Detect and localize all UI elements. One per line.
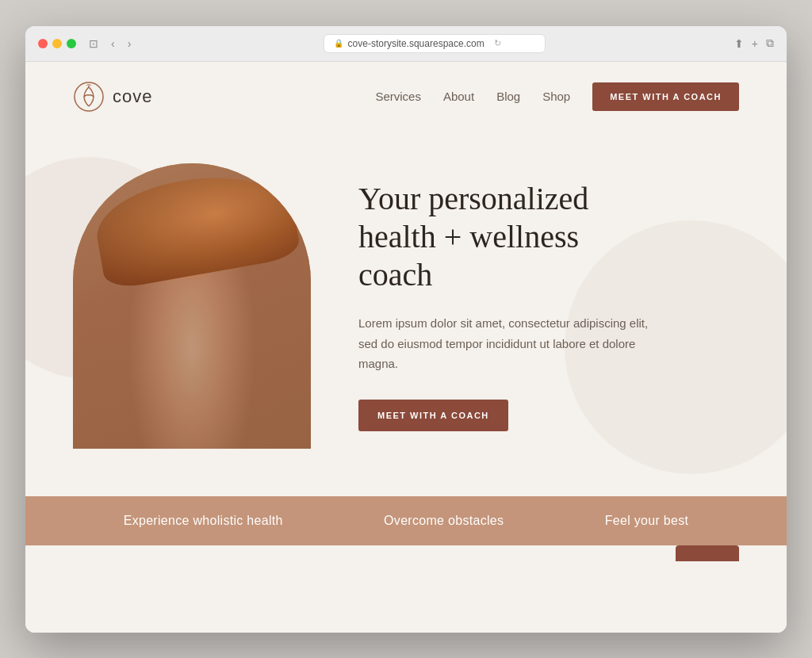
share-icon[interactable]: ⬆ (734, 37, 744, 50)
hero-description: Lorem ipsum dolor sit amet, consectetur … (358, 313, 660, 374)
hero-photo (73, 163, 311, 449)
hero-title: Your personalized health + wellness coac… (358, 180, 660, 294)
bottom-section-peek (25, 545, 787, 561)
address-bar: 🔒 cove-storysite.squarespace.com ↻ (144, 34, 724, 53)
maximize-button[interactable] (67, 39, 76, 48)
logo-area: cove (73, 81, 152, 113)
nav-shop[interactable]: Shop (542, 90, 570, 103)
tagline-bar: Experience wholistic health Overcome obs… (25, 496, 787, 545)
hero-cta-button[interactable]: MEET WITH A COACH (358, 400, 508, 431)
back-button[interactable]: ‹ (108, 36, 118, 52)
bottom-accent-bar (676, 545, 739, 561)
address-bar-input[interactable]: 🔒 cove-storysite.squarespace.com ↻ (324, 34, 546, 53)
site-header: cove Services About Blog Shop MEET WITH … (25, 62, 787, 132)
site-content: cove Services About Blog Shop MEET WITH … (25, 62, 787, 633)
nav-blog[interactable]: Blog (496, 90, 520, 103)
main-nav: Services About Blog Shop MEET WITH A COA… (375, 82, 739, 111)
browser-controls: ⊡ ‹ › (86, 36, 134, 52)
reload-icon[interactable]: ↻ (494, 38, 501, 48)
tabs-icon[interactable]: ⧉ (766, 36, 774, 50)
browser-chrome: ⊡ ‹ › 🔒 cove-storysite.squarespace.com ↻… (25, 26, 787, 62)
logo-text[interactable]: cove (113, 86, 152, 107)
close-button[interactable] (38, 39, 48, 48)
url-text: cove-storysite.squarespace.com (348, 38, 485, 49)
browser-window: ⊡ ‹ › 🔒 cove-storysite.squarespace.com ↻… (25, 26, 787, 633)
hero-image (73, 163, 311, 449)
tagline-3: Feel your best (605, 514, 689, 528)
logo-icon (73, 81, 105, 113)
hero-section: Your personalized health + wellness coac… (25, 132, 787, 496)
browser-actions: ⬆ + ⧉ (734, 36, 774, 50)
traffic-lights (38, 39, 76, 48)
new-tab-icon[interactable]: + (752, 37, 758, 50)
forward-button[interactable]: › (124, 36, 135, 52)
sidebar-toggle[interactable]: ⊡ (86, 36, 102, 52)
lock-icon: 🔒 (334, 39, 343, 48)
tagline-1: Experience wholistic health (124, 514, 283, 528)
tagline-2: Overcome obstacles (384, 514, 504, 528)
minimize-button[interactable] (52, 39, 62, 48)
nav-services[interactable]: Services (375, 90, 421, 103)
hero-content: Your personalized health + wellness coac… (358, 180, 660, 431)
nav-cta-button[interactable]: MEET WITH A COACH (592, 82, 739, 111)
nav-about[interactable]: About (443, 90, 474, 103)
